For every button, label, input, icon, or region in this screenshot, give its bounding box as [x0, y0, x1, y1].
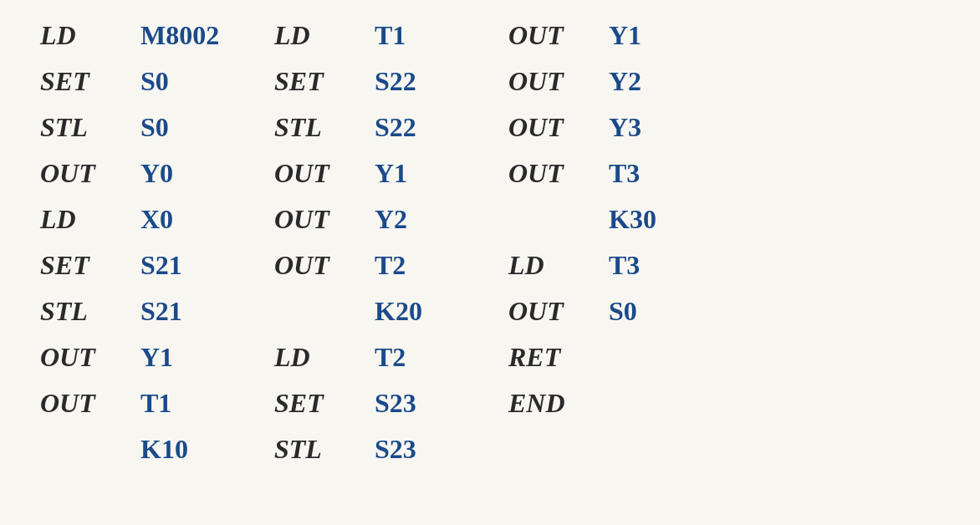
cell-r5-c5: T3 [602, 247, 736, 284]
cell-r8-c4: END [502, 385, 602, 422]
cell-r0-c4: OUT [502, 17, 602, 54]
cell-r4-c0: LD [33, 201, 134, 238]
cell-r5-c1: S21 [134, 247, 268, 284]
cell-r2-c4: OUT [502, 109, 602, 146]
cell-r7-c3: T2 [368, 339, 502, 376]
cell-r2-c0: STL [33, 109, 134, 146]
cell-r1-c1: S0 [134, 63, 268, 100]
cell-r7-c2: LD [268, 339, 368, 376]
cell-r7-c5 [602, 339, 736, 376]
cell-r0-c2: LD [268, 17, 368, 54]
cell-r8-c3: S23 [368, 385, 502, 422]
cell-r5-c0: SET [33, 247, 134, 284]
cell-r1-c3: S22 [368, 63, 502, 100]
cell-r0-c0: LD [33, 17, 134, 54]
cell-r9-c0 [33, 431, 134, 468]
cell-r2-c1: S0 [134, 109, 268, 146]
cell-r6-c5: S0 [602, 293, 736, 330]
page: LDM8002LDT1OUTY1SETS0SETS22OUTY2STLS0STL… [0, 0, 980, 525]
cell-r2-c2: STL [268, 109, 368, 146]
cell-r3-c5: T3 [602, 155, 736, 192]
cell-r4-c5: K30 [602, 201, 736, 238]
cell-r5-c4: LD [502, 247, 602, 284]
cell-r3-c4: OUT [502, 155, 602, 192]
cell-r2-c3: S22 [368, 109, 502, 146]
cell-r4-c1: X0 [134, 201, 268, 238]
code-table: LDM8002LDT1OUTY1SETS0SETS22OUTY2STLS0STL… [33, 17, 947, 468]
cell-r3-c2: OUT [268, 155, 368, 192]
cell-r4-c4 [502, 201, 602, 238]
cell-r0-c5: Y1 [602, 17, 736, 54]
cell-r5-c2: OUT [268, 247, 368, 284]
cell-r2-c5: Y3 [602, 109, 736, 146]
cell-r1-c0: SET [33, 63, 134, 100]
cell-r5-c3: T2 [368, 247, 502, 284]
cell-r7-c4: RET [502, 339, 602, 376]
cell-r3-c1: Y0 [134, 155, 268, 192]
cell-r6-c3: K20 [368, 293, 502, 330]
cell-r9-c5 [602, 431, 736, 468]
cell-r6-c4: OUT [502, 293, 602, 330]
cell-r7-c1: Y1 [134, 339, 268, 376]
cell-r1-c2: SET [268, 63, 368, 100]
cell-r8-c2: SET [268, 385, 368, 422]
cell-r9-c2: STL [268, 431, 368, 468]
cell-r9-c1: K10 [134, 431, 268, 468]
cell-r6-c0: STL [33, 293, 134, 330]
cell-r3-c0: OUT [33, 155, 134, 192]
cell-r9-c3: S23 [368, 431, 502, 468]
cell-r4-c2: OUT [268, 201, 368, 238]
cell-r8-c1: T1 [134, 385, 268, 422]
cell-r0-c1: M8002 [134, 17, 268, 54]
cell-r1-c4: OUT [502, 63, 602, 100]
cell-r0-c3: T1 [368, 17, 502, 54]
cell-r3-c3: Y1 [368, 155, 502, 192]
cell-r8-c5 [602, 385, 736, 422]
cell-r7-c0: OUT [33, 339, 134, 376]
cell-r1-c5: Y2 [602, 63, 736, 100]
cell-r6-c1: S21 [134, 293, 268, 330]
cell-r9-c4 [502, 431, 602, 468]
cell-r8-c0: OUT [33, 385, 134, 422]
cell-r4-c3: Y2 [368, 201, 502, 238]
cell-r6-c2 [268, 293, 368, 330]
